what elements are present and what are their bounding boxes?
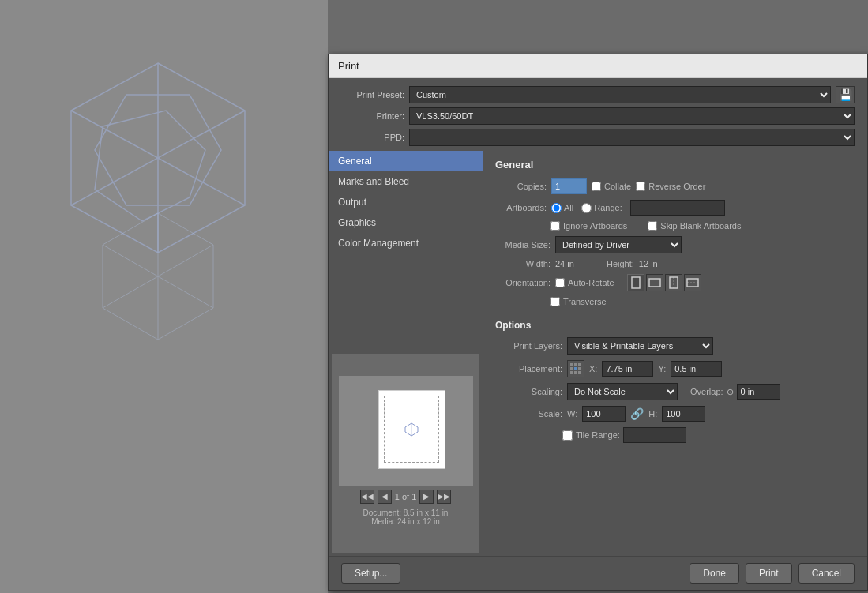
nav-next-button[interactable]: ▶ [419,490,434,504]
sidebar-item-color-management-label: Color Management [338,238,419,249]
scaling-label: Scaling: [495,387,562,396]
height-label: Height: [595,259,634,268]
overlap-input[interactable] [737,384,780,400]
skip-blank-checkbox[interactable] [648,221,657,231]
collate-checkbox[interactable] [592,182,601,191]
transverse-row: Transverse [550,297,855,306]
preview-area: ◀◀ ◀ 1 of 1 ▶ ▶▶ Document: 8.5 in x 11 i… [332,354,479,554]
tile-range-checkbox[interactable] [562,430,573,441]
dialog-footer: Setup... Done Print Cancel [329,556,867,590]
svg-rect-26 [578,371,581,374]
printer-row: Printer: VLS3.50/60DT [341,107,855,125]
overlap-group: Overlap: ⊙ [690,384,780,400]
canvas-logo [24,47,292,442]
height-value: 12 in [639,259,658,268]
overlap-spinner-left: ⊙ [727,387,734,397]
ignore-artboards-checkbox[interactable] [550,221,560,231]
all-label: All [564,203,573,212]
copies-label: Copies: [495,182,547,191]
page-total: 1 [411,492,416,501]
ppd-select[interactable] [409,129,855,146]
sidebar-item-graphics[interactable]: Graphics [329,212,483,233]
cancel-button[interactable]: Cancel [798,563,855,584]
preview-canvas [339,376,473,486]
nav-controls: ◀◀ ◀ 1 of 1 ▶ ▶▶ [354,486,458,507]
footer-right: Done Print Cancel [690,563,855,584]
x-label: X: [589,364,597,373]
done-button[interactable]: Done [690,563,739,584]
skip-blank-checkbox-label: Skip Blank Artboards [648,221,741,231]
media-size: Media: 24 in x 12 in [363,517,449,526]
print-button[interactable]: Print [746,563,792,584]
transverse-checkbox[interactable] [550,297,560,306]
copies-input[interactable] [551,178,587,194]
transverse-checkbox-label: Transverse [550,297,607,306]
auto-rotate-checkbox-label: Auto-Rotate [555,278,614,287]
ppd-row: PPD: [341,129,855,146]
copies-row: Copies: Collate Reverse Order [495,178,855,194]
media-size-row: Media Size: Defined by Driver [495,236,855,253]
top-settings-area: Print Preset: Custom 💾 Printer: VLS3.50/… [329,78,867,151]
sidebar-item-output[interactable]: Output [329,192,483,212]
h-scale-input[interactable] [662,406,705,422]
auto-rotate-checkbox[interactable] [555,278,565,287]
print-layers-row: Print Layers: Visible & Printable Layers [495,337,855,355]
y-input[interactable] [671,361,722,377]
scale-row: Scale: W: 🔗 H: [495,406,855,422]
portrait-flip-orient-button[interactable] [665,274,682,291]
orientation-buttons [627,274,701,291]
setup-button[interactable]: Setup... [341,563,400,584]
preset-row: Print Preset: Custom 💾 [341,86,855,103]
dialog-body: General Marks and Bleed Output Graphics … [329,151,867,556]
print-preset-select[interactable]: Custom [409,86,831,103]
placement-row: Placement: X: [495,360,855,377]
sidebar-item-general-label: General [338,156,372,167]
sidebar-item-general[interactable]: General [329,151,483,171]
landscape-flip-orient-button[interactable] [684,274,701,291]
y-label: Y: [658,364,666,373]
dialog-titlebar: Print [329,54,867,78]
reverse-order-checkbox[interactable] [636,182,645,191]
svg-rect-18 [570,363,573,366]
save-preset-button[interactable]: 💾 [836,86,855,103]
sidebar-item-color-management[interactable]: Color Management [329,233,483,253]
x-coord-group: X: [589,361,653,377]
range-radio-label: Range: [581,203,622,213]
scaling-select[interactable]: Do Not Scale [567,383,678,400]
preview-page [378,390,445,469]
range-input[interactable] [630,200,725,216]
sidebar-item-graphics-label: Graphics [338,217,376,228]
svg-rect-25 [574,371,577,374]
landscape-orient-button[interactable] [646,274,663,291]
canvas-background [0,0,328,593]
media-size-select[interactable]: Defined by Driver [555,236,682,253]
placement-label: Placement: [495,364,562,373]
placement-grid-icon[interactable] [567,360,584,377]
scale-label: Scale: [495,409,562,418]
tile-range-input[interactable] [623,427,686,443]
scaling-row: Scaling: Do Not Scale Overlap: ⊙ [495,383,855,400]
nav-first-button[interactable]: ◀◀ [360,490,374,504]
preview-page-inner [384,396,439,463]
artboards-label: Artboards: [495,203,547,212]
all-radio[interactable] [551,203,562,213]
nav-prev-button[interactable]: ◀ [378,490,392,504]
page-of: of [402,492,411,501]
range-radio[interactable] [581,203,592,213]
orientation-row: Orientation: Auto-Rotate [495,274,855,291]
footer-left: Setup... [341,563,400,584]
x-input[interactable] [602,361,653,377]
svg-rect-12 [632,277,640,288]
auto-rotate-label: Auto-Rotate [568,278,614,287]
w-scale-input[interactable] [582,406,626,422]
portrait-orient-button[interactable] [627,274,644,291]
tile-range-row: Tile Range: [562,427,855,443]
print-layers-select[interactable]: Visible & Printable Layers [567,337,713,355]
printer-select[interactable]: VLS3.50/60DT [409,107,855,125]
sidebar-item-marks-bleed[interactable]: Marks and Bleed [329,171,483,192]
print-dialog: Print Print Preset: Custom 💾 Printer: VL… [328,54,868,591]
svg-rect-21 [570,367,573,370]
ppd-label: PPD: [341,133,404,142]
print-layers-label: Print Layers: [495,341,562,351]
nav-last-button[interactable]: ▶▶ [437,490,451,504]
